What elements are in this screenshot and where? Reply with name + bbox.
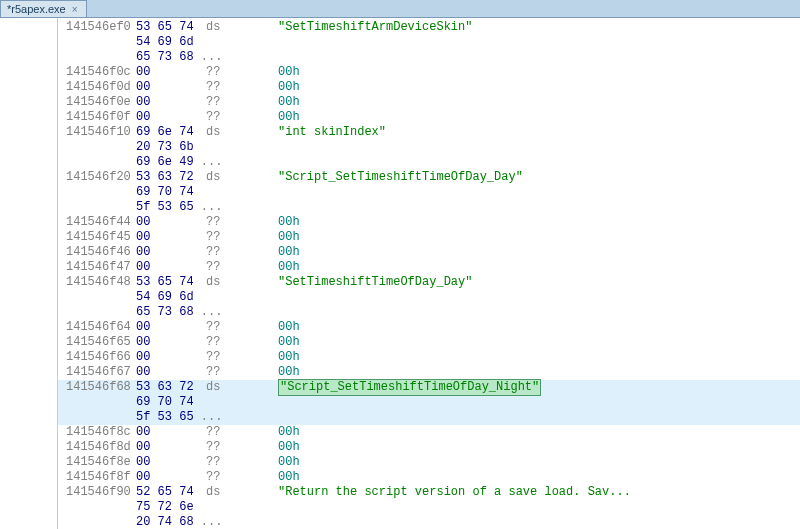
- address: 141546f44: [58, 215, 136, 230]
- hex-bytes: 54 69 6d: [136, 290, 206, 305]
- mnemonic: ds: [206, 20, 278, 35]
- address: 141546f90: [58, 485, 136, 500]
- address: [58, 410, 136, 425]
- mnemonic: ??: [206, 470, 278, 485]
- mnemonic: ??: [206, 350, 278, 365]
- hex-bytes: 65 73 68 ...: [136, 50, 206, 65]
- operand: 00h: [278, 335, 300, 350]
- operand: 00h: [278, 110, 300, 125]
- address: 141546f10: [58, 125, 136, 140]
- listing-row[interactable]: 141546f4700??00h: [58, 260, 800, 275]
- address: 141546f48: [58, 275, 136, 290]
- operand: 00h: [278, 215, 300, 230]
- mnemonic: ??: [206, 320, 278, 335]
- mnemonic: [206, 515, 278, 529]
- listing-row[interactable]: 141546f9052 65 74ds"Return the script ve…: [58, 485, 800, 500]
- listing-row[interactable]: 141546f8d00??00h: [58, 440, 800, 455]
- listing-row[interactable]: 141546f0c00??00h: [58, 65, 800, 80]
- listing-row[interactable]: 141546f4853 65 74ds"SetTimeshiftTimeOfDa…: [58, 275, 800, 290]
- address: [58, 185, 136, 200]
- hex-bytes: 00: [136, 230, 206, 245]
- listing-row[interactable]: 141546f4600??00h: [58, 245, 800, 260]
- hex-bytes: 00: [136, 95, 206, 110]
- listing-row[interactable]: 141546f6500??00h: [58, 335, 800, 350]
- hex-bytes: 5f 53 65 ...: [136, 200, 206, 215]
- operand: 00h: [278, 320, 300, 335]
- hex-bytes: 00: [136, 335, 206, 350]
- file-tab[interactable]: *r5apex.exe ×: [0, 0, 87, 17]
- listing-row[interactable]: 20 74 68 ...: [58, 515, 800, 529]
- hex-bytes: 00: [136, 425, 206, 440]
- listing-row[interactable]: 141546f6600??00h: [58, 350, 800, 365]
- mnemonic: ??: [206, 65, 278, 80]
- hex-bytes: 69 6e 49 ...: [136, 155, 206, 170]
- operand: 00h: [278, 365, 300, 380]
- mnemonic: ??: [206, 425, 278, 440]
- listing-row[interactable]: 5f 53 65 ...: [58, 410, 800, 425]
- listing-row[interactable]: 141546f6853 63 72ds"Script_SetTimeshiftT…: [58, 380, 800, 395]
- operand: "SetTimeshiftTimeOfDay_Day": [278, 275, 472, 290]
- mnemonic: ??: [206, 245, 278, 260]
- hex-bytes: 00: [136, 350, 206, 365]
- close-icon[interactable]: ×: [70, 4, 80, 15]
- address: 141546f47: [58, 260, 136, 275]
- hex-bytes: 00: [136, 110, 206, 125]
- operand: "Script_SetTimeshiftTimeOfDay_Night": [278, 379, 541, 396]
- listing-row[interactable]: 141546f0f00??00h: [58, 110, 800, 125]
- listing-row[interactable]: 5f 53 65 ...: [58, 200, 800, 215]
- listing-row[interactable]: 141546ef053 65 74ds"SetTimeshiftArmDevic…: [58, 20, 800, 35]
- listing-row[interactable]: 141546f1069 6e 74ds"int skinIndex": [58, 125, 800, 140]
- address: [58, 50, 136, 65]
- hex-bytes: 00: [136, 215, 206, 230]
- listing-row[interactable]: 141546f4400??00h: [58, 215, 800, 230]
- listing-row[interactable]: 141546f6700??00h: [58, 365, 800, 380]
- listing-row[interactable]: 141546f8c00??00h: [58, 425, 800, 440]
- mnemonic: ??: [206, 260, 278, 275]
- mnemonic: [206, 290, 278, 305]
- listing-row[interactable]: 65 73 68 ...: [58, 50, 800, 65]
- listing-row[interactable]: 54 69 6d: [58, 35, 800, 50]
- listing-row[interactable]: 141546f8e00??00h: [58, 455, 800, 470]
- address: 141546f8c: [58, 425, 136, 440]
- address: 141546f0e: [58, 95, 136, 110]
- gutter: [0, 18, 58, 529]
- listing-row[interactable]: 65 73 68 ...: [58, 305, 800, 320]
- hex-bytes: 65 73 68 ...: [136, 305, 206, 320]
- mnemonic: [206, 35, 278, 50]
- mnemonic: ds: [206, 275, 278, 290]
- listing-row[interactable]: 141546f2053 63 72ds"Script_SetTimeshiftT…: [58, 170, 800, 185]
- operand: 00h: [278, 440, 300, 455]
- mnemonic: [206, 410, 278, 425]
- tab-bar: *r5apex.exe ×: [0, 0, 800, 18]
- hex-bytes: 00: [136, 80, 206, 95]
- listing-row[interactable]: 69 6e 49 ...: [58, 155, 800, 170]
- mnemonic: ??: [206, 335, 278, 350]
- listing-row[interactable]: 141546f4500??00h: [58, 230, 800, 245]
- address: 141546f0d: [58, 80, 136, 95]
- mnemonic: ??: [206, 230, 278, 245]
- listing-row[interactable]: 69 70 74: [58, 395, 800, 410]
- hex-bytes: 20 74 68 ...: [136, 515, 206, 529]
- listing-row[interactable]: 141546f0d00??00h: [58, 80, 800, 95]
- listing-row[interactable]: 69 70 74: [58, 185, 800, 200]
- listing-row[interactable]: 75 72 6e: [58, 500, 800, 515]
- address: [58, 155, 136, 170]
- mnemonic: ds: [206, 380, 278, 395]
- mnemonic: ds: [206, 485, 278, 500]
- operand: 00h: [278, 245, 300, 260]
- hex-bytes: 00: [136, 245, 206, 260]
- listing-row[interactable]: 20 73 6b: [58, 140, 800, 155]
- mnemonic: [206, 500, 278, 515]
- listing-row[interactable]: 141546f6400??00h: [58, 320, 800, 335]
- hex-bytes: 53 63 72: [136, 170, 206, 185]
- listing-row[interactable]: 141546f8f00??00h: [58, 470, 800, 485]
- listing-row[interactable]: 54 69 6d: [58, 290, 800, 305]
- hex-bytes: 5f 53 65 ...: [136, 410, 206, 425]
- hex-bytes: 00: [136, 260, 206, 275]
- mnemonic: ??: [206, 110, 278, 125]
- address: [58, 500, 136, 515]
- listing-row[interactable]: 141546f0e00??00h: [58, 95, 800, 110]
- disassembly-listing[interactable]: 141546ef053 65 74ds"SetTimeshiftArmDevic…: [58, 18, 800, 529]
- hex-bytes: 00: [136, 65, 206, 80]
- operand: 00h: [278, 80, 300, 95]
